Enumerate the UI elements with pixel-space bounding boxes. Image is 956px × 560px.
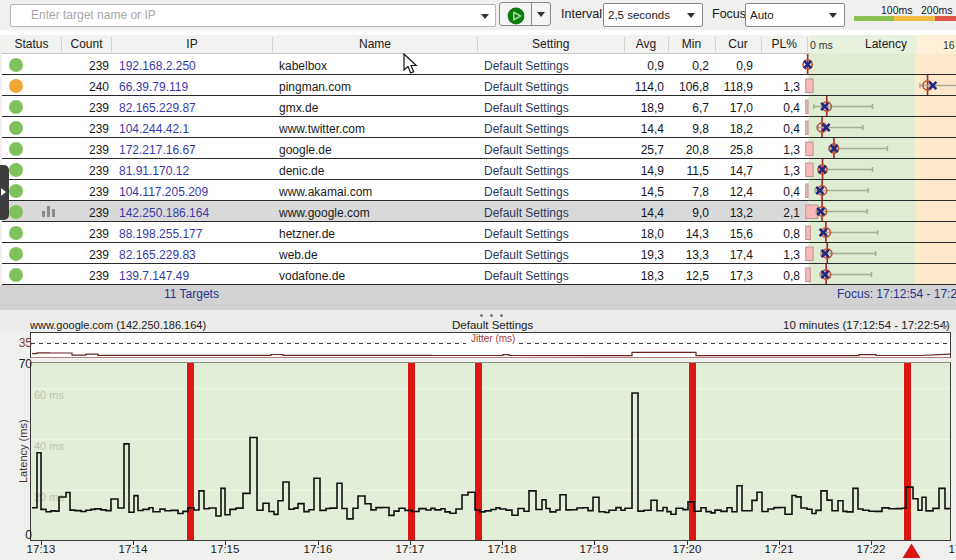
svg-text:Jitter (ms): Jitter (ms) [471,333,515,344]
svg-text:60 ms: 60 ms [34,389,64,401]
svg-text:40 ms: 40 ms [34,440,64,452]
